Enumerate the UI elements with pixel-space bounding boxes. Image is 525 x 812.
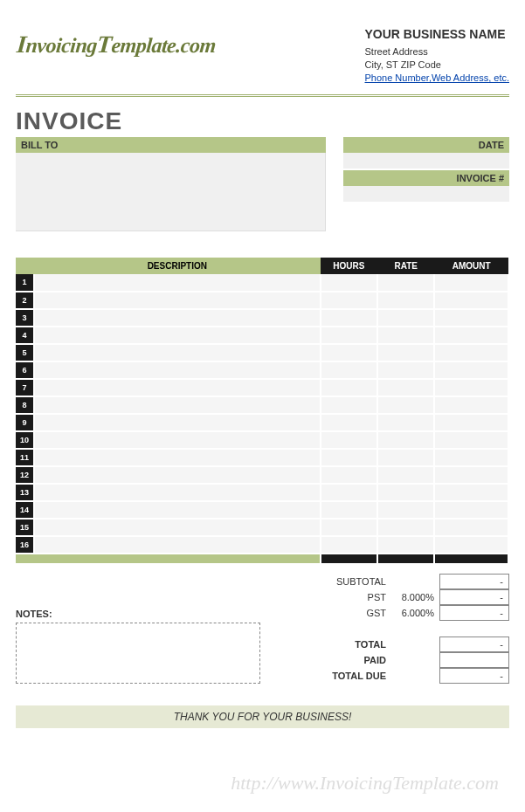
row-number: 1 [16,274,34,292]
due-row: TOTAL DUE - [282,668,509,684]
cell-hours [321,396,377,414]
gst-label: GST [282,608,391,618]
cell-description [34,484,320,501]
table-row: 5 [16,344,508,361]
cell-amount [434,379,508,396]
row-number: 11 [16,449,34,466]
header: InvoicingTemplate.com YOUR BUSINESS NAME… [16,17,509,86]
table-row: 13 [16,484,508,501]
totals: SUBTOTAL - PST 8.000% - GST 6.000% - TOT… [282,574,509,684]
cell-rate [377,466,434,484]
logo: InvoicingTemplate.com [13,31,217,86]
due-label: TOTAL DUE [282,671,391,681]
table-row: 3 [16,309,508,327]
cell-rate [377,501,434,519]
total-value: - [439,637,509,652]
subtotal-row: SUBTOTAL - [282,574,509,589]
invno-label: INVOICE # [343,170,509,186]
gst-row: GST 6.000% - [282,605,509,621]
table-row: 1 [16,274,508,292]
col-blank [16,258,34,274]
table-row: 2 [16,292,508,309]
col-rate: RATE [377,258,434,274]
notes-area: NOTES: [16,574,260,684]
cell-amount [434,274,508,292]
cell-description [34,292,320,309]
row-number: 4 [16,327,34,344]
cell-hours [321,361,377,379]
cell-amount [434,309,508,327]
row-number: 2 [16,292,34,309]
cell-rate [377,414,434,431]
col-description: DESCRIPTION [34,258,320,274]
row-number: 10 [16,431,34,449]
date-label: DATE [343,137,509,153]
col-amount: AMOUNT [434,258,508,274]
pst-label: PST [282,592,391,602]
pst-value: - [439,589,509,605]
invoice-title: INVOICE [16,107,509,135]
table-row: 8 [16,396,508,414]
col-hours: HOURS [321,258,377,274]
cell-amount [434,361,508,379]
cell-description [34,396,320,414]
table-row: 14 [16,501,508,519]
cell-hours [321,431,377,449]
cell-hours [321,466,377,484]
row-number: 5 [16,344,34,361]
business-link[interactable]: Phone Number,Web Address, etc. [365,72,510,83]
paid-value [439,652,509,668]
billto-label: BILL TO [16,137,326,153]
cell-rate [377,274,434,292]
cell-hours [321,449,377,466]
row-number: 14 [16,501,34,519]
cell-hours [321,519,377,536]
line-items-table: DESCRIPTION HOURS RATE AMOUNT 1234567891… [16,258,509,565]
notes-box [16,623,260,684]
table-row: 15 [16,519,508,536]
summary: NOTES: SUBTOTAL - PST 8.000% - GST 6.000… [16,574,509,684]
cell-hours [321,501,377,519]
cell-description [34,519,320,536]
gst-pct: 6.000% [391,608,439,618]
cell-rate [377,344,434,361]
cell-description [34,309,320,327]
table-row: 10 [16,431,508,449]
notes-label: NOTES: [16,609,260,619]
cell-hours [321,536,377,554]
pst-row: PST 8.000% - [282,589,509,605]
table-row: 11 [16,449,508,466]
cell-description [34,501,320,519]
gst-value: - [439,605,509,621]
cell-amount [434,396,508,414]
business-city: City, ST ZIP Code [365,58,510,72]
row-number: 8 [16,396,34,414]
invno-value [343,186,509,202]
business-street: Street Address [365,45,510,58]
row-number: 9 [16,414,34,431]
cell-description [34,414,320,431]
table-row: 16 [16,536,508,554]
cell-description [34,361,320,379]
cell-rate [377,484,434,501]
cell-description [34,536,320,554]
thank-you: THANK YOU FOR YOUR BUSINESS! [16,705,509,728]
billto-body [16,153,326,231]
cell-rate [377,519,434,536]
cell-rate [377,379,434,396]
paid-row: PAID [282,652,509,668]
cell-description [34,327,320,344]
cell-hours [321,292,377,309]
cell-amount [434,292,508,309]
total-row: TOTAL - [282,637,509,652]
cell-description [34,344,320,361]
cell-hours [321,327,377,344]
table-row: 12 [16,466,508,484]
table-row: 9 [16,414,508,431]
subtotal-value: - [439,574,509,589]
divider [16,94,509,97]
total-label: TOTAL [282,639,391,650]
cell-amount [434,414,508,431]
row-number: 13 [16,484,34,501]
row-number: 15 [16,519,34,536]
